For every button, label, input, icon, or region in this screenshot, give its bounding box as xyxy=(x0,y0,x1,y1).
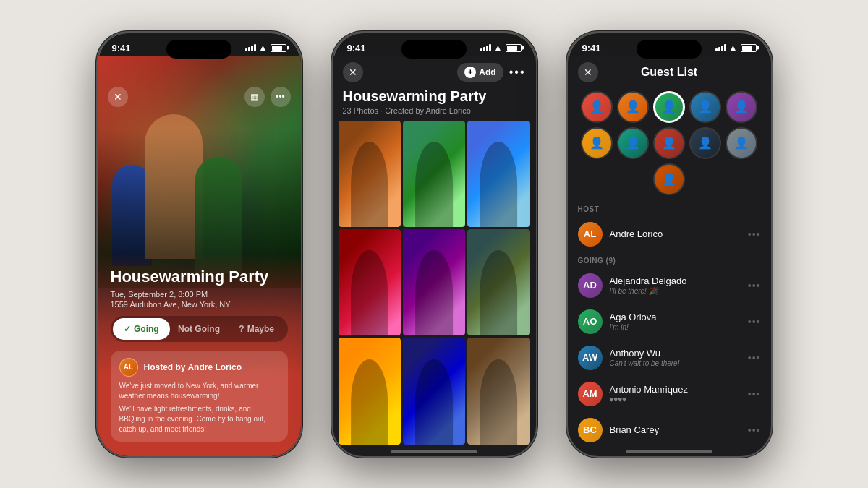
photo-image-3 xyxy=(467,121,529,227)
ring-avatar-1[interactable]: 👤 xyxy=(581,91,613,123)
going-check-icon: ✓ xyxy=(124,324,131,334)
event-description-1: We've just moved to New York, and warmer… xyxy=(119,381,279,401)
album-toolbar: ✕ + Add ••• xyxy=(333,56,536,85)
ring-avatar-4[interactable]: 👤 xyxy=(689,91,721,123)
more-dots-aga[interactable]: ••• xyxy=(748,316,761,328)
host-section: AL Hosted by Andre Lorico We've just mov… xyxy=(111,351,288,442)
ring-avatar-11[interactable]: 👤 xyxy=(653,163,685,195)
guest-info-aga: Aga Orlova I'm in! xyxy=(610,312,741,331)
guest-name-antonio: Antonio Manriquez xyxy=(610,384,741,395)
ring-avatar-8[interactable]: 👤 xyxy=(653,127,685,159)
event-location: 1559 Audubon Ave, New York, NY xyxy=(111,300,288,309)
ring-avatar-10[interactable]: 👤 xyxy=(726,127,757,159)
ring-avatar-9[interactable]: 👤 xyxy=(689,127,721,159)
ring-avatar-5[interactable]: 👤 xyxy=(726,91,757,123)
photo-cell-5[interactable] xyxy=(403,229,465,335)
more-dots-alejandra[interactable]: ••• xyxy=(748,280,761,291)
guest-row-anthony[interactable]: AW Anthony Wu Can't wait to be there! ••… xyxy=(568,340,771,376)
album-close-button[interactable]: ✕ xyxy=(343,62,363,82)
guest-avatar-anthony: AW xyxy=(578,346,603,370)
photo-image-6 xyxy=(467,229,529,335)
photo-cell-2[interactable] xyxy=(403,121,465,227)
going-button[interactable]: ✓ Going xyxy=(113,318,171,340)
guest-info-alejandra: Alejandra Delgado I'll be there! 🎉 xyxy=(610,275,741,295)
photo-icon[interactable]: ▦ xyxy=(244,87,265,107)
signal-bars-1 xyxy=(245,44,256,51)
host-avatar: AL xyxy=(119,358,138,377)
photo-image-5 xyxy=(403,229,465,335)
guest-list-close-button[interactable]: ✕ xyxy=(578,62,598,82)
avatar-ring-section: 👤 👤 👤 👤 👤 👤 👤 👤 👤 👤 👤 xyxy=(568,85,771,201)
ring-avatar-2[interactable]: 👤 xyxy=(617,91,649,123)
ring-avatar-3[interactable]: 👤 xyxy=(653,91,685,123)
guest-info-antonio: Antonio Manriquez ♥️♥️♥️♥️ xyxy=(610,384,741,403)
not-going-label: Not Going xyxy=(178,324,220,334)
photo-image-1 xyxy=(339,121,401,227)
plus-circle-icon: + xyxy=(464,67,476,78)
photo-image-7 xyxy=(339,338,401,444)
guest-avatar-aga: AO xyxy=(578,309,603,334)
more-icon-1[interactable]: ••• xyxy=(271,87,291,107)
phone-photo-album: 9:41 ▲ ✕ + Add ••• Housewarming Party 23… xyxy=(331,31,537,458)
guest-list-scroll: HOST AL Andre Lorico ••• GOING (9) AD Al… xyxy=(568,201,771,446)
host-more-dots[interactable]: ••• xyxy=(748,228,761,240)
event-info: Housewarming Party Tue, September 2, 8:0… xyxy=(98,257,301,455)
wifi-icon-1: ▲ xyxy=(259,43,268,53)
add-button[interactable]: + Add xyxy=(457,63,503,82)
host-section-label: HOST xyxy=(568,201,771,216)
guest-status-aga: I'm in! xyxy=(610,323,741,331)
host-name: Andre Lorico xyxy=(610,228,741,239)
not-going-button[interactable]: Not Going xyxy=(170,318,228,340)
event-description-2: We'll have light refreshments, drinks, a… xyxy=(119,404,279,435)
ring-avatar-6[interactable]: 👤 xyxy=(581,127,613,159)
person-silhouette-1 xyxy=(112,165,152,266)
photo-cell-7[interactable] xyxy=(339,338,401,444)
battery-3 xyxy=(741,44,757,52)
phone-event-detail: 9:41 ▲ ✕ ▦ ••• xyxy=(96,31,302,458)
photo-cell-3[interactable] xyxy=(467,121,529,227)
more-dots-anthony[interactable]: ••• xyxy=(748,352,761,364)
photo-cell-1[interactable] xyxy=(339,121,401,227)
photo-cell-4[interactable] xyxy=(339,229,401,335)
photo-grid xyxy=(333,121,536,445)
guest-status-anthony: Can't wait to be there! xyxy=(610,359,741,367)
guest-row-brian[interactable]: BC Brian Carey ••• xyxy=(568,412,771,446)
album-title: Housewarming Party xyxy=(333,85,536,106)
maybe-icon: ? xyxy=(239,324,244,334)
event-date: Tue, September 2, 8:00 PM xyxy=(111,290,288,299)
photo-image-4 xyxy=(339,229,401,335)
nav-bar-1: ✕ ▦ ••• xyxy=(108,87,291,107)
album-screen: ✕ + Add ••• Housewarming Party 23 Photos… xyxy=(333,56,536,456)
guest-row-antonio[interactable]: AM Antonio Manriquez ♥️♥️♥️♥️ ••• xyxy=(568,376,771,412)
photo-image-8 xyxy=(403,338,465,444)
person-silhouette-2 xyxy=(145,114,203,259)
status-time-2: 9:41 xyxy=(347,43,366,53)
maybe-label: Maybe xyxy=(247,324,274,334)
toolbar-right: + Add ••• xyxy=(457,63,525,82)
guest-row-alejandra[interactable]: AD Alejandra Delgado I'll be there! 🎉 ••… xyxy=(568,267,771,304)
close-button-1[interactable]: ✕ xyxy=(108,87,128,107)
guest-list-screen: ✕ Guest List 👤 👤 👤 👤 👤 👤 👤 👤 👤 👤 👤 xyxy=(568,56,771,456)
more-button-2[interactable]: ••• xyxy=(509,66,526,79)
more-dots-brian[interactable]: ••• xyxy=(748,424,761,436)
photo-cell-6[interactable] xyxy=(467,229,529,335)
guest-name-brian: Brian Carey xyxy=(610,424,741,435)
maybe-button[interactable]: ? Maybe xyxy=(228,318,286,340)
status-icons-1: ▲ xyxy=(245,43,286,53)
photo-cell-9[interactable] xyxy=(467,338,529,444)
status-time-1: 9:41 xyxy=(112,43,131,53)
guest-avatar-antonio: AM xyxy=(578,382,603,406)
home-indicator-2 xyxy=(333,445,536,456)
guest-status-antonio: ♥️♥️♥️♥️ xyxy=(610,395,741,403)
host-row[interactable]: AL Andre Lorico ••• xyxy=(568,216,771,252)
guest-row-aga[interactable]: AO Aga Orlova I'm in! ••• xyxy=(568,304,771,340)
nav-icons-1: ▦ ••• xyxy=(244,87,291,107)
more-dots-antonio[interactable]: ••• xyxy=(748,388,761,400)
ring-avatar-7[interactable]: 👤 xyxy=(617,127,649,159)
status-icons-3: ▲ xyxy=(715,43,757,53)
photo-cell-8[interactable] xyxy=(403,338,465,444)
guest-name-anthony: Anthony Wu xyxy=(610,348,741,359)
host-info: Andre Lorico xyxy=(610,228,741,239)
wifi-icon-3: ▲ xyxy=(729,43,738,53)
battery-1 xyxy=(271,44,286,52)
